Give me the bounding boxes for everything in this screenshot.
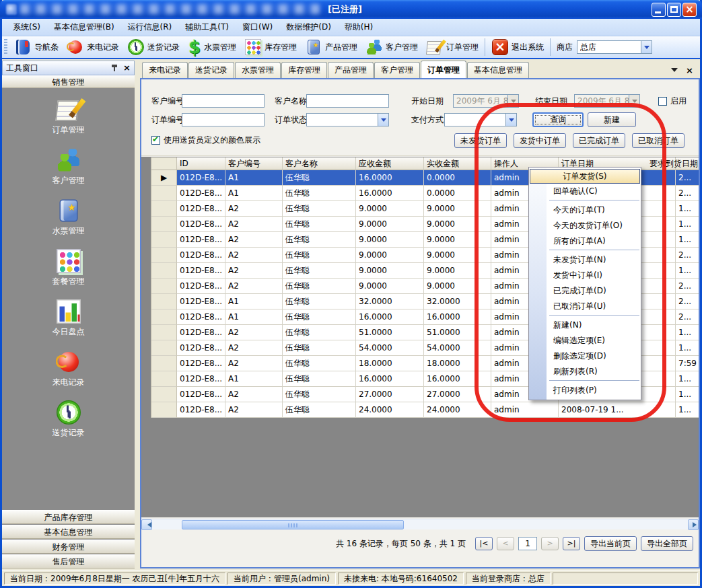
context-menu-item[interactable]: 今天的订单(T) — [529, 203, 641, 218]
context-menu-item[interactable]: 已取消订单(U) — [529, 299, 641, 314]
chevron-down-icon[interactable] — [505, 114, 516, 126]
maximize-button[interactable] — [667, 3, 681, 17]
row-selector-cell[interactable] — [151, 201, 177, 217]
toolbar-button[interactable]: 库存管理 — [240, 37, 301, 57]
context-menu-item[interactable] — [549, 315, 639, 317]
scrollbar-thumb[interactable] — [182, 520, 404, 529]
tab[interactable]: 产品管理 — [328, 62, 374, 78]
menu-item[interactable]: 辅助工具(T) — [178, 19, 236, 36]
exit-system-button[interactable]: 退出系统 — [487, 37, 548, 57]
toolbar-button[interactable]: 送货记录 — [123, 37, 184, 57]
grid-column-header[interactable]: 客户编号 — [225, 157, 283, 170]
row-selector-cell[interactable] — [151, 325, 177, 340]
chevron-down-icon[interactable] — [641, 41, 652, 53]
row-selector-cell[interactable] — [151, 248, 177, 263]
horizontal-scrollbar[interactable] — [141, 519, 699, 529]
grid-column-header[interactable]: 客户名称 — [283, 157, 356, 170]
menu-item[interactable]: 运行信息(R) — [121, 19, 179, 36]
pin-icon[interactable] — [111, 64, 118, 72]
context-menu-item[interactable]: 所有的订单(A) — [529, 233, 641, 249]
minimize-button[interactable] — [652, 3, 666, 17]
grid-column-header[interactable]: 应收金额 — [356, 157, 424, 170]
scroll-right-arrow-icon[interactable] — [688, 519, 699, 530]
row-selector-cell[interactable] — [151, 371, 177, 387]
pay-method-select[interactable] — [444, 113, 517, 126]
tab-close-icon[interactable]: × — [686, 65, 693, 75]
context-menu-item[interactable]: 刷新列表(R) — [529, 364, 641, 379]
toolbar-button[interactable]: 导航条 — [10, 37, 63, 57]
sidebar-section-header[interactable]: 售后管理 — [2, 554, 135, 568]
page-number-input[interactable] — [518, 537, 537, 550]
chevron-down-icon[interactable] — [378, 114, 388, 126]
tab[interactable]: 库存管理 — [281, 62, 327, 78]
order-status-filter-button[interactable]: 未发货订单 — [454, 133, 507, 148]
scroll-left-arrow-icon[interactable] — [141, 519, 152, 530]
context-menu-item[interactable]: 打印列表(P) — [529, 383, 641, 398]
tab[interactable]: 送货记录 — [188, 62, 234, 78]
menu-item[interactable]: 基本信息管理(B) — [47, 19, 121, 36]
context-menu-item[interactable]: 订单发货(S) — [530, 169, 640, 184]
context-menu-item[interactable]: 回单确认(C) — [529, 184, 641, 199]
end-date-picker[interactable]: 2009年 6月 8日 — [574, 94, 640, 108]
customer-name-input[interactable] — [306, 94, 389, 108]
export-all-pages-button[interactable]: 导出全部页 — [641, 536, 693, 551]
context-menu-item[interactable]: 删除选定项(D) — [529, 348, 641, 364]
shop-select[interactable]: 总店 — [577, 40, 652, 54]
tab-list-chevron-down-icon[interactable] — [671, 68, 678, 75]
toolbar-button[interactable]: 水票管理 — [184, 37, 240, 57]
row-selector-cell[interactable] — [151, 279, 177, 294]
grid-column-header[interactable]: ID — [177, 157, 225, 170]
toolbar-button[interactable]: 客户管理 — [361, 37, 422, 57]
start-date-picker[interactable]: 2009年 6月 8日 — [453, 94, 519, 108]
row-selector-cell[interactable] — [151, 186, 177, 201]
order-status-filter-button[interactable]: 已取消订单 — [632, 133, 685, 148]
sidebar-section-header[interactable]: 基本信息管理 — [2, 525, 135, 539]
customer-no-input[interactable] — [182, 94, 265, 108]
sidebar-section-header[interactable]: 产品库存管理 — [2, 510, 135, 524]
sidebar-section-sales[interactable]: 销售管理 — [2, 75, 135, 88]
toolbar-button[interactable]: 来电记录 — [63, 37, 123, 57]
sidebar-item[interactable]: 今日盘点 — [2, 298, 135, 338]
context-menu-item[interactable]: 编辑选定项(E) — [529, 333, 641, 348]
toolbar-button[interactable]: 产品管理 — [301, 37, 361, 57]
enable-checkbox[interactable] — [658, 97, 667, 106]
tab[interactable]: 来电记录 — [142, 62, 188, 78]
order-status-select[interactable] — [306, 113, 389, 126]
menu-item[interactable]: 系统(S) — [6, 19, 47, 36]
context-menu-item[interactable]: 未发货订单(N) — [529, 252, 641, 268]
menu-item[interactable]: 数据维护(D) — [279, 19, 338, 36]
menu-item[interactable]: 帮助(H) — [338, 19, 380, 36]
row-selector-cell[interactable] — [151, 356, 177, 371]
row-selector-cell[interactable] — [151, 309, 177, 325]
tab[interactable]: 基本信息管理 — [467, 62, 529, 78]
row-selector-cell[interactable] — [151, 263, 177, 279]
context-menu-item[interactable]: 已完成订单(D) — [529, 283, 641, 299]
context-menu-item[interactable]: 发货中订单(I) — [529, 268, 641, 283]
context-menu-item[interactable]: 今天的发货订单(O) — [529, 218, 641, 233]
toolbar-button[interactable]: 订单管理 — [422, 37, 483, 57]
tab[interactable]: 客户管理 — [374, 62, 420, 78]
row-selector-cell[interactable] — [151, 294, 177, 309]
row-selector-cell[interactable] — [151, 232, 177, 248]
sidebar-item[interactable]: 来电记录 — [2, 348, 135, 388]
tool-window-close-icon[interactable]: × — [123, 64, 131, 72]
sidebar-item[interactable]: 套餐管理 — [2, 248, 135, 287]
row-selector-cell[interactable] — [151, 217, 177, 232]
sidebar-item[interactable]: 水票管理 — [2, 197, 135, 237]
context-menu-item[interactable] — [549, 380, 639, 382]
sidebar-item[interactable]: 客户管理 — [2, 147, 135, 186]
row-selector-cell[interactable] — [151, 402, 177, 418]
order-no-input[interactable] — [182, 113, 265, 126]
new-button[interactable]: 新建 — [588, 112, 636, 127]
order-status-filter-button[interactable]: 发货中订单 — [514, 133, 566, 148]
context-menu-item[interactable]: 新建(N) — [529, 318, 641, 333]
grid-column-header[interactable]: 要求到货日期 — [676, 157, 699, 170]
grid-column-header[interactable] — [151, 157, 177, 170]
row-selector-cell[interactable]: ▶ — [151, 170, 177, 186]
first-page-button[interactable]: |< — [475, 537, 493, 550]
query-button[interactable]: 查询 — [532, 112, 584, 127]
tab[interactable]: 订单管理 — [421, 61, 466, 78]
table-row[interactable]: 012D-E8... A2 伍华聪 24.0000 24.0000 admin … — [151, 402, 699, 418]
sidebar-section-header[interactable]: 财务管理 — [2, 540, 135, 554]
toolbar-grip-handle[interactable] — [4, 39, 7, 55]
